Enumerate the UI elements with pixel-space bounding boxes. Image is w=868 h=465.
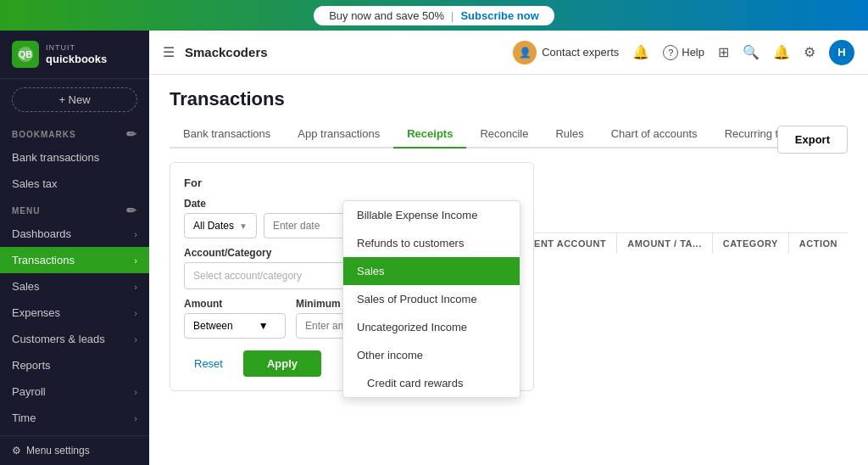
dropdown-item-sales-product[interactable]: Sales of Product Income [343,285,520,313]
menu-label: MENU [12,206,40,216]
topbar: ☰ Smackcoders 👤 Contact experts 🔔 ? Help… [149,31,868,75]
tab-receipts[interactable]: Receipts [393,120,466,148]
dropdown-item-sales[interactable]: Sales [343,257,520,285]
chevron-right-icon: › [134,255,137,266]
search-icon[interactable]: 🔍 [743,44,760,60]
banner-save-text: Buy now and save 50% [329,9,444,22]
apply-button[interactable]: Apply [243,350,321,377]
app-name: intuit quickbooks [46,43,107,65]
date-from-input[interactable] [264,213,348,238]
table-header-row: PAYMENT ACCOUNT AMOUNT / TA... CATEGORY … [497,232,848,254]
sidebar-item-label: Time [12,412,36,424]
dropdown-item-uncategorized[interactable]: Uncategorized Income [343,313,520,341]
dropdown-item-other-income[interactable]: Other income [343,341,520,369]
help-label: Help [682,46,704,59]
menu-edit-icon[interactable]: ✏ [126,204,137,217]
company-name: Smackcoders [185,45,503,59]
menu-section: MENU ✏ [0,197,149,221]
quickbooks-logo-icon: QB [12,41,39,68]
settings-gear-icon[interactable]: ⚙ [804,44,815,60]
gear-icon: ⚙ [12,445,21,457]
bookmarks-section: BOOKMARKS ✏ [0,120,149,144]
sidebar: QB intuit quickbooks + New BOOKMARKS ✏ B… [0,31,149,465]
dropdown-item-refunds[interactable]: Refunds to customers [343,229,520,257]
sidebar-item-reports[interactable]: Reports [0,352,149,378]
svg-text:QB: QB [19,49,33,59]
sidebar-item-sales-tax[interactable]: Sales tax [0,171,149,197]
sidebar-item-label: Expenses [12,306,60,319]
sidebar-logo: QB intuit quickbooks [0,31,149,79]
amount-group: Amount Between ▼ [184,298,286,339]
chevron-down-icon: ▼ [239,221,248,231]
page-title: Transactions [170,88,848,110]
help-button[interactable]: ? Help [663,45,704,60]
alert-bell-icon[interactable]: 🔔 [773,44,790,60]
sidebar-item-label: Sales [12,280,40,293]
category-column: CATEGORY [713,233,789,254]
export-button[interactable]: Export [777,126,848,154]
banner-divider: | [451,9,453,22]
page-content: Transactions Bank transactions App trans… [149,75,868,465]
help-circle-icon: ? [663,45,678,60]
sidebar-item-label: Sales tax [12,177,57,190]
sidebar-item-expenses[interactable]: Expenses › [0,300,149,326]
main-content: ☰ Smackcoders 👤 Contact experts 🔔 ? Help… [149,31,868,465]
date-range-value: All Dates [193,220,234,232]
topbar-actions: 👤 Contact experts 🔔 ? Help ⊞ 🔍 🔔 ⚙ H [513,40,854,65]
top-banner: Buy now and save 50% | Subscribe now [0,0,868,31]
amount-type-select[interactable]: Between ▼ [184,313,286,339]
amount-label: Amount [184,298,286,310]
sidebar-item-time[interactable]: Time › [0,405,149,431]
sidebar-item-transactions[interactable]: Transactions › [0,247,149,273]
hamburger-menu-icon[interactable]: ☰ [163,44,175,60]
user-avatar[interactable]: H [829,40,854,65]
sidebar-item-label: Customers & leads [12,333,105,345]
sidebar-item-label: Reports [12,359,51,372]
chevron-down-icon: ▼ [259,320,269,332]
account-category-placeholder: Select account/category [193,270,302,282]
bookmarks-edit-icon[interactable]: ✏ [126,127,137,141]
tab-chart-of-accounts[interactable]: Chart of accounts [598,120,711,148]
new-button[interactable]: + New [12,87,137,112]
for-label: For [184,176,520,189]
reset-button[interactable]: Reset [184,350,233,377]
dropdown-item-billable[interactable]: Billable Expense Income [343,201,520,229]
sidebar-item-dashboards[interactable]: Dashboards › [0,221,149,247]
sidebar-item-label: Payroll [12,385,46,398]
tabs-bar: Bank transactions App transactions Recei… [170,120,848,148]
contact-label: Contact experts [542,46,619,59]
chevron-right-icon: › [134,308,137,318]
menu-settings[interactable]: ⚙ Menu settings [0,435,149,465]
menu-settings-label: Menu settings [26,445,90,457]
contact-experts-button[interactable]: 👤 Contact experts [513,41,619,64]
amount-type-value: Between [193,320,233,332]
sidebar-item-label: Transactions [12,254,75,266]
chevron-right-icon: › [134,334,137,345]
sidebar-item-sales[interactable]: Sales › [0,273,149,300]
sidebar-item-customers-leads[interactable]: Customers & leads › [0,326,149,352]
contact-avatar: 👤 [513,41,537,64]
amount-tax-column: AMOUNT / TA... [617,233,712,254]
sidebar-item-label: Bank transactions [12,151,99,164]
tab-bank-transactions[interactable]: Bank transactions [170,120,284,148]
chevron-right-icon: › [134,229,137,239]
sidebar-item-bank-transactions[interactable]: Bank transactions [0,144,149,171]
date-range-select[interactable]: All Dates ▼ [184,213,257,238]
chevron-right-icon: › [134,282,137,292]
dropdown-item-credit-card-rewards[interactable]: Credit card rewards [343,369,520,397]
tab-app-transactions[interactable]: App transactions [284,120,393,148]
tab-reconcile[interactable]: Reconcile [466,120,542,148]
tab-rules[interactable]: Rules [542,120,597,148]
action-column: ACTION [789,233,848,254]
sidebar-item-payroll[interactable]: Payroll › [0,378,149,405]
category-dropdown: Billable Expense Income Refunds to custo… [342,200,520,398]
bookmarks-label: BOOKMARKS [12,130,76,139]
chevron-right-icon: › [134,413,137,423]
notification-bell-icon[interactable]: 🔔 [632,44,649,60]
apps-grid-icon[interactable]: ⊞ [718,44,729,60]
banner-subscribe-link[interactable]: Subscribe now [460,9,538,22]
sidebar-item-label: Dashboards [12,227,71,240]
chevron-right-icon: › [134,387,137,397]
